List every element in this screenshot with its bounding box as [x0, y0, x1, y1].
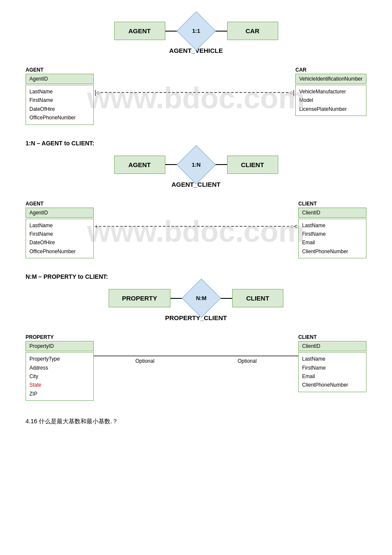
client-table-2: CLIENT ClientID LastName FirstName Email…: [298, 201, 366, 259]
client-table-3-title: CLIENT: [298, 334, 366, 340]
car-fields-1: VehicleManufacturer Model LicensePlateNu…: [295, 85, 366, 116]
client-fields-2: LastName FirstName Email ClientPhoneNumb…: [298, 219, 366, 259]
table-diagram-1-wrapper: AGENT AgentID LastName FirstName DateOfH…: [26, 63, 366, 133]
agent-fields-1: LastName FirstName DateOfHire OfficePhon…: [26, 85, 94, 125]
agent-table-1: AGENT AgentID LastName FirstName DateOfH…: [26, 67, 94, 125]
property-fields-3: PropertyType Address City State ZIP: [26, 352, 94, 401]
field-item: OfficePhoneNumber: [29, 247, 90, 256]
client-pk-2: ClientID: [298, 208, 366, 218]
connector-3: Optional Optional: [94, 347, 298, 373]
field-item: Email: [302, 372, 363, 381]
table-diagram-1: AGENT AgentID LastName FirstName DateOfH…: [26, 67, 366, 125]
dashed-line-2: [99, 226, 289, 227]
diamond-3-label: N:M: [196, 295, 207, 301]
field-item: ClientPhoneNumber: [302, 247, 363, 256]
field-item: DateOfHire: [29, 105, 90, 113]
property-table-3-title: PROPERTY: [26, 334, 94, 340]
connector-1: |○ ○|: [94, 80, 295, 105]
field-item: State: [29, 381, 90, 389]
property-entity-3: PROPERTY: [109, 289, 170, 307]
field-item: LastName: [302, 355, 363, 363]
agent-entity-2: AGENT: [114, 156, 165, 174]
field-item: DateOfHire: [29, 238, 90, 247]
field-item: LastName: [29, 221, 90, 230]
client-pk-3: ClientID: [298, 341, 366, 351]
field-item: OfficePhoneNumber: [29, 113, 90, 122]
optional-label-right: Optional: [236, 358, 259, 364]
field-item: LastName: [29, 87, 90, 96]
solid-line-left: [94, 356, 196, 356]
diamond-1: 1:1: [176, 12, 216, 51]
field-item: ClientPhoneNumber: [302, 381, 363, 389]
client-table-2-title: CLIENT: [298, 201, 366, 207]
solid-line-right: [196, 356, 298, 356]
client-entity-2: CLIENT: [227, 156, 278, 174]
agent-entity-1: AGENT: [114, 22, 165, 40]
diamond-2-label: 1:N: [192, 162, 201, 168]
field-item: Model: [299, 96, 363, 104]
connector-3-line-row: [94, 356, 298, 356]
many-marker-right-2: ○<: [289, 223, 298, 230]
agent-fields-2: LastName FirstName DateOfHire OfficePhon…: [26, 219, 94, 259]
client-fields-3: LastName FirstName Email ClientPhoneNumb…: [298, 352, 366, 392]
field-item: FirstName: [29, 230, 90, 238]
agent-pk-2: AgentID: [26, 208, 94, 218]
diamond-2: 1:N: [176, 145, 216, 184]
property-table-3: PROPERTY PropertyID PropertyType Address…: [26, 334, 94, 401]
one-marker-left-2: +: [94, 223, 99, 230]
agent-table-1-title: AGENT: [26, 67, 94, 73]
connector-2: + ○<: [94, 214, 298, 239]
bottom-text: 4.16 什么是最大基数和最小基数.？: [26, 418, 366, 425]
field-item: FirstName: [302, 230, 363, 238]
er-diagram-2-row: AGENT 1:N CLIENT: [26, 151, 366, 179]
property-pk-3: PropertyID: [26, 341, 94, 351]
dashed-line-1: [101, 92, 288, 93]
car-table-1-title: CAR: [295, 67, 366, 73]
diagram-3-title: PROPERTY_CLIENT: [26, 314, 366, 321]
agent-table-2: AGENT AgentID LastName FirstName DateOfH…: [26, 201, 94, 259]
er-diagram-2-section: AGENT 1:N CLIENT AGENT_CLIENT: [26, 151, 366, 188]
client-entity-3: CLIENT: [232, 289, 283, 307]
agent-table-2-title: AGENT: [26, 201, 94, 207]
field-item: FirstName: [29, 96, 90, 104]
table-diagram-2: AGENT AgentID LastName FirstName DateOfH…: [26, 201, 366, 259]
one-marker-right: ○|: [288, 89, 295, 96]
field-item: City: [29, 372, 90, 381]
car-table-1: CAR VehicleIdentificationNumber VehicleM…: [295, 67, 366, 116]
agent-pk-1: AgentID: [26, 74, 94, 84]
table-diagram-3-wrapper: PROPERTY PropertyID PropertyType Address…: [26, 330, 366, 409]
line-markers-1: |○ ○|: [94, 89, 295, 96]
field-item: ZIP: [29, 390, 90, 398]
optional-label-left: Optional: [133, 358, 157, 364]
diamond-3: N:M: [182, 279, 221, 318]
field-item: VehicleManufacturer: [299, 87, 363, 96]
car-entity-1: CAR: [227, 22, 278, 40]
field-item: Address: [29, 364, 90, 372]
field-item: LastName: [302, 221, 363, 230]
table-diagram-3: PROPERTY PropertyID PropertyType Address…: [26, 334, 366, 401]
client-table-3: CLIENT ClientID LastName FirstName Email…: [298, 334, 366, 392]
er-diagram-1-row: AGENT 1:1 CAR: [26, 17, 366, 45]
section-3-label: N:M – PROPERTY to CLIENT:: [26, 273, 366, 280]
table-diagram-2-wrapper: AGENT AgentID LastName FirstName DateOfH…: [26, 197, 366, 267]
diamond-1-label: 1:1: [192, 28, 200, 34]
car-pk-1: VehicleIdentificationNumber: [295, 74, 366, 84]
er-diagram-3-section: PROPERTY N:M CLIENT PROPERTY_CLIENT: [26, 284, 366, 321]
one-marker-left: |○: [94, 89, 101, 96]
field-item: LicensePlateNumber: [299, 105, 363, 113]
optional-labels-row: Optional Optional: [94, 358, 298, 364]
er-diagram-3-row: PROPERTY N:M CLIENT: [26, 284, 366, 312]
line-markers-2: + ○<: [94, 223, 298, 230]
field-item: PropertyType: [29, 355, 90, 363]
field-item: FirstName: [302, 364, 363, 372]
field-item: Email: [302, 238, 363, 247]
er-diagram-1-section: AGENT 1:1 CAR AGENT_VEHICLE: [26, 17, 366, 54]
